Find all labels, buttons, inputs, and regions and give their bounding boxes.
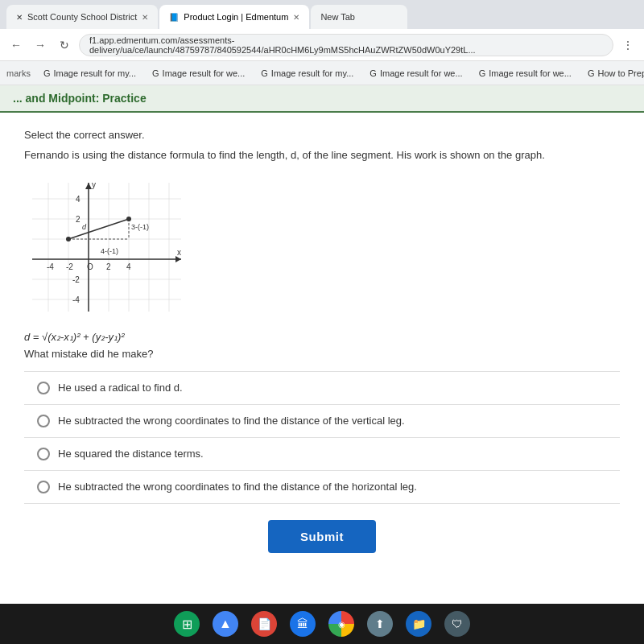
bookmark-4[interactable]: G Image result for we... (363, 66, 469, 80)
files-icon[interactable]: ⬆ (367, 611, 393, 637)
reload-button[interactable]: ↻ (55, 35, 74, 55)
classroom-icon[interactable]: 🏛 (290, 611, 316, 637)
svg-text:4: 4 (76, 195, 80, 204)
bookmark-text-1: Image result for my... (54, 68, 137, 78)
page-header-text: ... and Midpoint: Practice (13, 92, 147, 105)
svg-text:-4: -4 (47, 262, 54, 271)
bookmark-icon-1: G (43, 68, 51, 78)
tab-label-1: Scott County School District (27, 12, 137, 22)
bookmark-icon-3: G (261, 68, 268, 78)
tab-favicon-1: ✕ (16, 13, 23, 22)
bookmark-5[interactable]: G Image result for we... (473, 66, 578, 80)
svg-text:4: 4 (126, 262, 131, 271)
forward-button[interactable]: → (31, 35, 50, 55)
chrome-icon[interactable]: ◉ (328, 611, 354, 637)
address-bar[interactable]: f1.app.edmentum.com/assessments-delivery… (79, 34, 613, 56)
page-header: ... and Midpoint: Practice (0, 85, 644, 113)
answer-text-b: He subtracted the wrong coordinates to f… (58, 415, 405, 427)
graph-area: x y -4 -2 O 2 4 4 2 -2 -4 (24, 175, 620, 320)
bookmark-icon-2: G (152, 68, 159, 78)
folder-icon[interactable]: 📁 (406, 611, 431, 637)
mistake-question-text: What mistake did he make? (24, 348, 620, 360)
settings-icon[interactable]: 🛡 (444, 611, 470, 637)
svg-text:4-(-1): 4-(-1) (101, 247, 118, 255)
submit-row: Submit (24, 504, 620, 569)
tab-label-2: Product Login | Edmentum (184, 12, 288, 22)
address-text: f1.app.edmentum.com/assessments-delivery… (89, 35, 603, 55)
taskbar: ⊞ ▲ 📄 🏛 ◉ ⬆ 📁 🛡 (0, 604, 644, 644)
svg-text:d: d (82, 223, 87, 231)
page-content: ... and Midpoint: Practice Select the co… (0, 85, 644, 604)
bookmark-text-2: Image result for we... (163, 68, 246, 78)
svg-text:x: x (177, 248, 181, 257)
tab-bar: ✕ Scott County School District ✕ 📘 Produ… (0, 0, 644, 29)
svg-text:-2: -2 (72, 275, 80, 284)
formula-text-content: d = √(x₂-x₁)² + (y₂-y₁)² (24, 331, 125, 343)
bookmark-text-4: Image result for we... (380, 68, 463, 78)
svg-text:y: y (92, 180, 96, 189)
bookmark-text-5: Image result for we... (489, 68, 572, 78)
answer-option-c[interactable]: He squared the distance terms. (24, 437, 620, 470)
instruction-text: Select the correct answer. (24, 129, 620, 141)
bookmarks-bar: marks G Image result for my... G Image r… (0, 61, 644, 85)
question-text: Fernando is using the distance formula t… (24, 147, 620, 163)
bookmark-text-3: Image result for my... (271, 68, 354, 78)
bookmark-6[interactable]: G How to Prepare a P... (581, 66, 644, 80)
svg-point-35 (126, 217, 131, 221)
bookmarks-label: marks (6, 68, 31, 78)
bookmark-2[interactable]: G Image result for we... (146, 66, 251, 80)
tab-scott-county[interactable]: ✕ Scott County School District ✕ (6, 5, 158, 29)
bookmark-icon-5: G (479, 68, 486, 78)
bookmark-3[interactable]: G Image result for my... (254, 66, 360, 80)
answer-option-d[interactable]: He subtracted the wrong coordinates to f… (24, 470, 620, 504)
svg-point-34 (66, 237, 71, 242)
radio-d[interactable] (37, 481, 50, 493)
svg-text:O: O (87, 262, 93, 271)
answer-text-c: He squared the distance terms. (58, 448, 204, 460)
tab-new-tab[interactable]: New Tab (311, 5, 407, 29)
bookmark-icon-4: G (369, 68, 377, 78)
answer-options: He used a radical to find d. He subtract… (24, 371, 620, 504)
extensions-button[interactable]: ⋮ (618, 35, 638, 55)
sheets-icon[interactable]: ⊞ (174, 611, 200, 637)
svg-text:3-(-1): 3-(-1) (131, 223, 149, 231)
svg-text:2: 2 (106, 262, 111, 271)
answer-text-d: He subtracted the wrong coordinates to f… (58, 481, 417, 493)
tab-close-1[interactable]: ✕ (142, 13, 148, 22)
drive-icon[interactable]: ▲ (213, 611, 238, 637)
svg-text:-4: -4 (72, 295, 80, 304)
answer-option-a[interactable]: He used a radical to find d. (24, 371, 620, 404)
formula-display: d = √(x₂-x₁)² + (y₂-y₁)² (24, 331, 620, 343)
svg-marker-16 (85, 183, 92, 189)
radio-c[interactable] (37, 448, 50, 460)
tab-close-2[interactable]: ✕ (293, 13, 299, 22)
tab-edmentum[interactable]: 📘 Product Login | Edmentum ✕ (159, 5, 309, 29)
browser-window: ✕ Scott County School District ✕ 📘 Produ… (0, 0, 644, 644)
bookmark-text-6: How to Prepare a P... (597, 68, 644, 78)
address-bar-row: ← → ↻ f1.app.edmentum.com/assessments-de… (0, 29, 644, 61)
tab-favicon-2: 📘 (169, 13, 179, 22)
svg-marker-15 (175, 256, 181, 262)
svg-text:2: 2 (76, 215, 80, 224)
submit-button[interactable]: Submit (268, 520, 376, 553)
radio-a[interactable] (37, 382, 50, 394)
bookmark-icon-6: G (588, 68, 595, 78)
svg-text:-2: -2 (66, 262, 73, 271)
coordinate-graph: x y -4 -2 O 2 4 4 2 -2 -4 (24, 175, 185, 320)
answer-option-b[interactable]: He subtracted the wrong coordinates to f… (24, 404, 620, 437)
back-button[interactable]: ← (6, 35, 26, 55)
question-area: Select the correct answer. Fernando is u… (0, 113, 644, 604)
answer-text-a: He used a radical to find d. (58, 382, 183, 394)
tab-label-3: New Tab (320, 12, 355, 22)
docs-icon[interactable]: 📄 (251, 611, 277, 637)
bookmark-1[interactable]: G Image result for my... (37, 66, 142, 80)
radio-b[interactable] (37, 415, 50, 427)
